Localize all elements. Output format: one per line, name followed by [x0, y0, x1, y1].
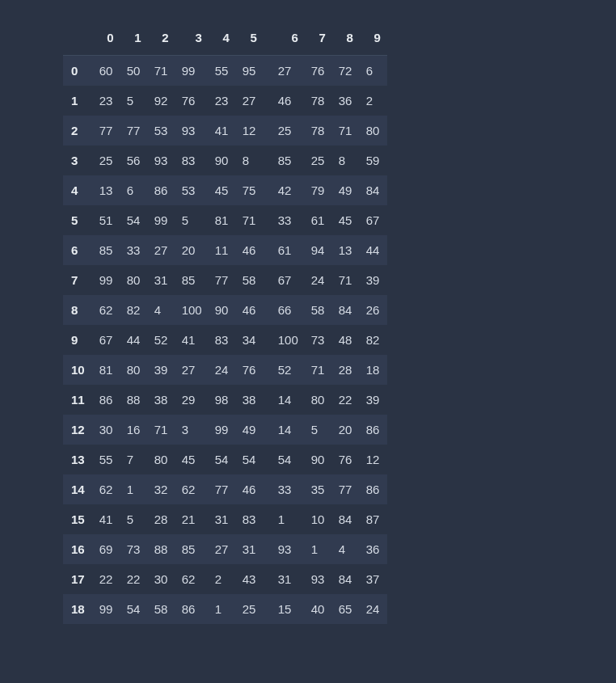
table-cell: 33: [264, 205, 305, 235]
table-cell: 40: [305, 594, 332, 624]
table-cell: 92: [148, 86, 175, 116]
table-cell: 100: [264, 325, 305, 355]
table-row: 15415282131831108487: [63, 504, 387, 534]
table-cell: 84: [332, 564, 360, 594]
table-cell: 88: [120, 385, 148, 415]
table-cell: 39: [360, 385, 387, 415]
table-cell: 1: [209, 594, 236, 624]
table-cell: 12: [360, 445, 387, 474]
table-cell: 36: [332, 86, 360, 116]
table-cell: 80: [120, 265, 148, 295]
table-cell: 6: [360, 56, 387, 86]
table-cell: 90: [209, 145, 236, 175]
row-header: 4: [63, 175, 93, 205]
table-cell: 24: [209, 355, 236, 385]
table-cell: 27: [264, 56, 305, 86]
dataframe-table: 0123456789 06050719955952776726123592762…: [63, 23, 387, 624]
table-cell: 59: [360, 145, 387, 175]
table-cell: 71: [332, 265, 360, 295]
table-header-row: 0123456789: [63, 23, 387, 56]
table-cell: 28: [332, 355, 360, 385]
table-cell: 84: [360, 175, 387, 205]
table-cell: 99: [93, 265, 120, 295]
table-cell: 46: [236, 235, 264, 265]
table-cell: 1: [264, 504, 305, 534]
row-header: 8: [63, 295, 93, 325]
table-cell: 61: [264, 235, 305, 265]
table-cell: 80: [305, 385, 332, 415]
table-cell: 54: [236, 445, 264, 474]
table-body: 0605071995595277672612359276232746783622…: [63, 56, 387, 625]
row-header: 5: [63, 205, 93, 235]
table-cell: 77: [332, 474, 360, 504]
table-cell: 62: [93, 295, 120, 325]
table-cell: 54: [120, 205, 148, 235]
table-cell: 99: [148, 205, 175, 235]
column-header: 8: [332, 23, 360, 56]
table-cell: 24: [360, 594, 387, 624]
table-cell: 22: [332, 385, 360, 415]
table-row: 16697388852731931436: [63, 534, 387, 564]
table-cell: 76: [175, 86, 209, 116]
table-cell: 16: [120, 415, 148, 445]
table-cell: 5: [305, 415, 332, 445]
column-header: 0: [93, 23, 120, 56]
table-cell: 80: [148, 445, 175, 474]
table-cell: 86: [175, 594, 209, 624]
table-cell: 77: [209, 265, 236, 295]
table-cell: 61: [305, 205, 332, 235]
table-cell: 8: [236, 145, 264, 175]
table-cell: 66: [264, 295, 305, 325]
table-cell: 93: [264, 534, 305, 564]
table-cell: 85: [175, 534, 209, 564]
table-cell: 39: [360, 265, 387, 295]
table-cell: 20: [332, 415, 360, 445]
table-cell: 39: [148, 355, 175, 385]
table-cell: 44: [360, 235, 387, 265]
column-header: 9: [360, 23, 387, 56]
table-row: 1186883829983814802239: [63, 385, 387, 415]
table-cell: 83: [175, 145, 209, 175]
table-cell: 54: [120, 594, 148, 624]
table-cell: 46: [236, 474, 264, 504]
table-cell: 13: [332, 235, 360, 265]
table-cell: 25: [264, 116, 305, 145]
column-header: 2: [148, 23, 175, 56]
table-row: 862824100904666588426: [63, 295, 387, 325]
table-cell: 4: [332, 534, 360, 564]
table-cell: 31: [148, 265, 175, 295]
table-cell: 71: [332, 116, 360, 145]
table-cell: 25: [93, 145, 120, 175]
table-cell: 35: [305, 474, 332, 504]
table-cell: 81: [209, 205, 236, 235]
table-cell: 48: [332, 325, 360, 355]
table-cell: 27: [236, 86, 264, 116]
table-cell: 84: [332, 504, 360, 534]
table-cell: 10: [305, 504, 332, 534]
table-cell: 60: [93, 56, 120, 86]
table-row: 799803185775867247139: [63, 265, 387, 295]
table-cell: 85: [93, 235, 120, 265]
table-cell: 44: [120, 325, 148, 355]
table-row: 277775393411225787180: [63, 116, 387, 145]
table-cell: 42: [264, 175, 305, 205]
table-cell: 5: [175, 205, 209, 235]
table-cell: 1: [305, 534, 332, 564]
table-cell: 67: [93, 325, 120, 355]
table-cell: 27: [148, 235, 175, 265]
table-cell: 82: [120, 295, 148, 325]
row-header: 11: [63, 385, 93, 415]
table-cell: 76: [332, 445, 360, 474]
column-header: 1: [120, 23, 148, 56]
table-cell: 81: [93, 355, 120, 385]
row-header: 7: [63, 265, 93, 295]
table-cell: 77: [209, 474, 236, 504]
table-cell: 98: [209, 385, 236, 415]
table-cell: 82: [360, 325, 387, 355]
table-row: 55154995817133614567: [63, 205, 387, 235]
table-cell: 12: [236, 116, 264, 145]
table-cell: 31: [209, 504, 236, 534]
table-cell: 93: [148, 145, 175, 175]
table-cell: 79: [305, 175, 332, 205]
table-cell: 23: [209, 86, 236, 116]
